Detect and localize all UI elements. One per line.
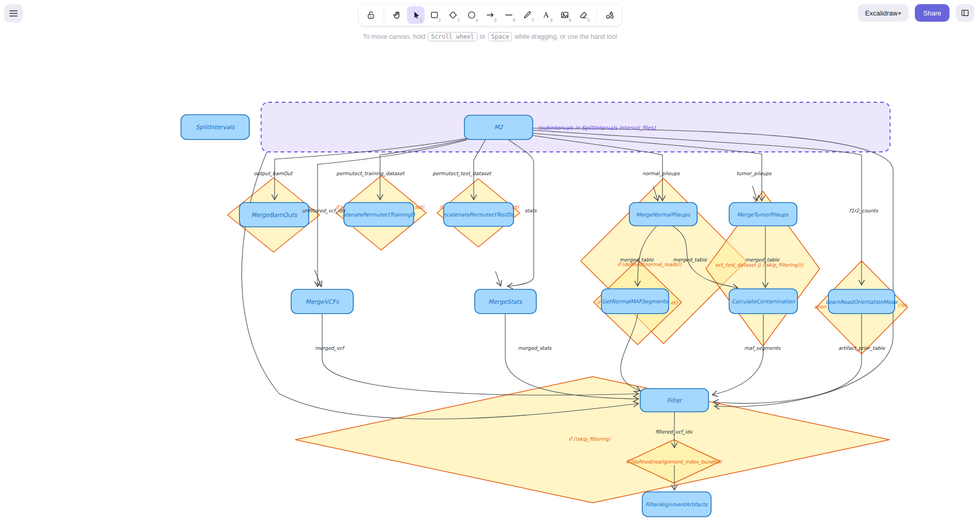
edge-label-tumor-pileups[interactable]: tumor_pileups bbox=[736, 171, 772, 177]
condition-label[interactable]: (!sk bbox=[898, 302, 908, 308]
node-label: FilterAlignmentArtifacts bbox=[645, 502, 708, 508]
node-merge-vcfs[interactable]: MergeVCFs bbox=[291, 289, 353, 314]
node-calculate-contamination[interactable]: CalculateContamination bbox=[729, 289, 797, 314]
condition-label[interactable]: et) bbox=[671, 300, 678, 305]
node-learn-read-orientation-model[interactable]: LearnReadOrientationMode bbox=[825, 289, 898, 314]
node-merge-bam-outs[interactable]: MergeBamOuts bbox=[239, 203, 309, 227]
condition-label[interactable]: if ( bbox=[336, 204, 343, 210]
edge-label-merged-stats[interactable]: merged_stats bbox=[518, 345, 552, 351]
node-filter-alignment-artifacts[interactable]: FilterAlignmentArtifacts bbox=[642, 492, 711, 517]
node-label: MergeNormalPileups bbox=[636, 212, 690, 218]
edge-label-stats[interactable]: stats bbox=[524, 208, 537, 213]
edge-label-maf-segments[interactable]: maf_segments bbox=[744, 345, 781, 351]
node-label: SplitIntervals bbox=[195, 123, 235, 131]
node-label: LearnReadOrientationMode bbox=[825, 299, 898, 305]
node-merge-normal-pileups[interactable]: MergeNormalPileups bbox=[629, 203, 697, 226]
node-label: M2 bbox=[494, 123, 503, 131]
node-filter[interactable]: Filter bbox=[640, 389, 708, 412]
condition-label[interactable]: et) bbox=[512, 204, 519, 210]
canvas[interactable]: SplitIntervals M2 MergeBamOuts atenatePe… bbox=[0, 0, 980, 526]
node-label: MergeTumorPileups bbox=[737, 212, 789, 218]
node-concat-permutect-training[interactable]: atenatePermutectTrainingD bbox=[342, 203, 415, 226]
node-split-intervals[interactable]: SplitIntervals bbox=[181, 115, 249, 140]
condition-label-test-dataset[interactable]: ect_test_dataset || (!skip_filtering))) bbox=[715, 262, 803, 268]
condition-label-skip-filtering[interactable]: if (!skip_filtering) bbox=[569, 436, 611, 442]
scatter-label[interactable]: (subintervals in SplitIntervals.interval… bbox=[538, 125, 656, 131]
node-label: atenatePermutectTrainingD bbox=[342, 212, 415, 218]
edge-label-permutect-test-dataset[interactable]: permutect_test_dataset bbox=[432, 171, 491, 177]
node-label: CalculateContamination bbox=[732, 299, 795, 304]
edge-m2-mergetumorpileups-2[interactable] bbox=[752, 186, 757, 200]
node-concat-permutect-test[interactable]: ncatenatePermutectTestDa bbox=[443, 203, 515, 226]
edge-label-filtered-vcf-idx[interactable]: filtered_vcf_idx bbox=[655, 429, 693, 435]
edge-label-normal-pileups[interactable]: normal_pileups bbox=[642, 171, 680, 177]
condition-label-realignment[interactable]: if (defined(realignment_index_bundle)) bbox=[626, 459, 721, 465]
node-merge-tumor-pileups[interactable]: MergeTumorPileups bbox=[729, 203, 797, 226]
condition-label-normal-reads[interactable]: if (defined(normal_reads)) bbox=[617, 261, 682, 268]
edge-label-merged-vcf[interactable]: merged_vcf bbox=[315, 345, 345, 351]
edge-m2-filter-left[interactable] bbox=[242, 152, 638, 419]
node-label: Filter bbox=[667, 397, 683, 404]
node-label: MergeVCFs bbox=[306, 298, 339, 305]
edge-label-output-bamout[interactable]: output_bamOut bbox=[254, 171, 293, 177]
condition-label[interactable]: set) bbox=[415, 204, 425, 210]
node-label: MergeStats bbox=[488, 298, 522, 305]
excalidraw-app: 1 2 3 4 5 bbox=[0, 0, 980, 526]
edge-m2-mergestats-2[interactable] bbox=[495, 271, 501, 286]
node-m2[interactable]: M2 bbox=[464, 115, 533, 140]
node-merge-stats[interactable]: MergeStats bbox=[475, 289, 536, 314]
node-label: ncatenatePermutectTestDa bbox=[443, 212, 515, 218]
condition-label[interactable]: ation bbox=[814, 304, 827, 310]
node-label: MergeBamOuts bbox=[251, 211, 298, 219]
edge-label-artifact-prior-table[interactable]: artifact_prior_table bbox=[838, 345, 885, 351]
edge-label-f1r2-counts[interactable]: f1r2_counts bbox=[849, 208, 879, 214]
node-label: GetNormalMAFSegments bbox=[602, 299, 668, 305]
node-get-normal-maf-segments[interactable]: GetNormalMAFSegments bbox=[601, 289, 669, 314]
edge-label-permutect-training-dataset[interactable]: permutect_training_dataset bbox=[336, 171, 405, 177]
